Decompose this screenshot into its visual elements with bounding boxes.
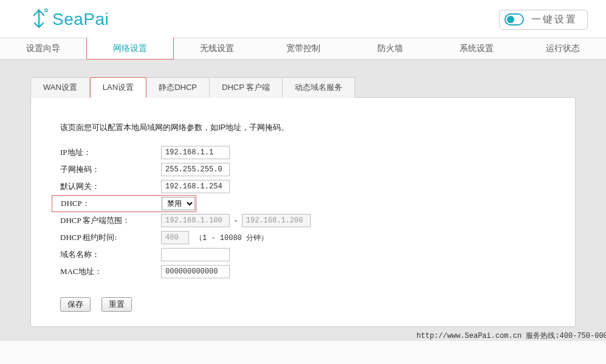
tab-wan-settings[interactable]: WAN设置 xyxy=(30,77,90,98)
save-button[interactable]: 保存 xyxy=(60,297,91,312)
panel-description: 该页面您可以配置本地局域网的网络参数，如IP地址，子网掩码。 xyxy=(60,122,575,133)
row-mask: 子网掩码： xyxy=(60,161,575,178)
label-dhcp-range: DHCP 客户端范围： xyxy=(60,215,161,226)
label-mac: MAC地址： xyxy=(60,266,161,277)
logo-text: SeaPai xyxy=(52,10,109,29)
tab-ddns[interactable]: 动态域名服务 xyxy=(283,77,355,98)
range-separator: - xyxy=(233,216,238,225)
footer-url: http://www.SeaPai.com.cn xyxy=(416,332,522,340)
label-dhcp: DHCP： xyxy=(61,198,162,209)
nav-network-settings[interactable]: 网络设置 xyxy=(86,38,174,60)
logo-icon xyxy=(29,7,50,32)
label-lease: DHCP 租约时间: xyxy=(60,232,161,243)
oneclick-setup-button[interactable]: 一键设置 xyxy=(499,10,588,30)
svg-point-0 xyxy=(45,9,47,12)
logo: SeaPai xyxy=(29,7,109,32)
nav-setup-wizard[interactable]: 设置向导 xyxy=(0,38,86,59)
content-wrap: WAN设置 LAN设置 静态DHCP DHCP 客户端 动态域名服务 该页面您可… xyxy=(0,60,606,341)
label-ip: IP地址： xyxy=(60,147,161,158)
row-gateway: 默认网关： xyxy=(60,178,575,195)
nav-running-status[interactable]: 运行状态 xyxy=(520,38,606,59)
input-domain[interactable] xyxy=(161,248,230,261)
nav-firewall[interactable]: 防火墙 xyxy=(347,38,433,59)
input-range-start xyxy=(161,214,230,227)
select-dhcp[interactable]: 禁用 xyxy=(162,197,195,210)
nav-wireless-settings[interactable]: 无线设置 xyxy=(174,38,260,59)
header: SeaPai 一键设置 xyxy=(0,0,606,38)
button-row: 保存 重置 xyxy=(60,297,575,312)
nav-system-settings[interactable]: 系统设置 xyxy=(433,38,520,59)
row-ip: IP地址： xyxy=(60,144,575,161)
footer-hotline-label: 服务热线: xyxy=(526,332,559,340)
row-dhcp: DHCP： 禁用 xyxy=(52,195,196,212)
oneclick-label: 一键设置 xyxy=(531,13,577,26)
input-lease xyxy=(161,231,189,244)
footer: http://www.SeaPai.com.cn 服务热线:400-750-00… xyxy=(30,327,606,341)
row-dhcp-range: DHCP 客户端范围： - xyxy=(60,212,575,229)
footer-hotline-value: 400-750-0001 xyxy=(560,332,606,340)
toggle-icon xyxy=(504,13,524,26)
label-mask: 子网掩码： xyxy=(60,164,161,175)
row-mac: MAC地址： xyxy=(60,263,575,280)
input-gateway[interactable] xyxy=(161,180,230,193)
lease-hint: （1 - 10080 分钟） xyxy=(195,233,268,243)
tab-dhcp-client[interactable]: DHCP 客户端 xyxy=(210,77,283,98)
row-domain: 域名名称： xyxy=(60,246,575,263)
reset-button[interactable]: 重置 xyxy=(102,297,132,312)
nav-bandwidth-control[interactable]: 宽带控制 xyxy=(260,38,346,59)
tab-lan-settings[interactable]: LAN设置 xyxy=(90,77,146,98)
input-ip[interactable] xyxy=(161,146,230,159)
label-domain: 域名名称： xyxy=(60,249,161,260)
input-range-end xyxy=(242,214,311,227)
main-nav: 设置向导 网络设置 无线设置 宽带控制 防火墙 系统设置 运行状态 xyxy=(0,38,606,60)
settings-panel: 该页面您可以配置本地局域网的网络参数，如IP地址，子网掩码。 IP地址： 子网掩… xyxy=(30,97,576,327)
input-mask[interactable] xyxy=(161,163,230,176)
label-gateway: 默认网关： xyxy=(60,181,161,192)
page-body: WAN设置 LAN设置 静态DHCP DHCP 客户端 动态域名服务 该页面您可… xyxy=(0,60,606,341)
row-lease: DHCP 租约时间: （1 - 10080 分钟） xyxy=(60,229,575,246)
sub-nav: WAN设置 LAN设置 静态DHCP DHCP 客户端 动态域名服务 xyxy=(30,77,606,97)
input-mac[interactable] xyxy=(161,265,230,278)
tab-static-dhcp[interactable]: 静态DHCP xyxy=(146,77,210,98)
